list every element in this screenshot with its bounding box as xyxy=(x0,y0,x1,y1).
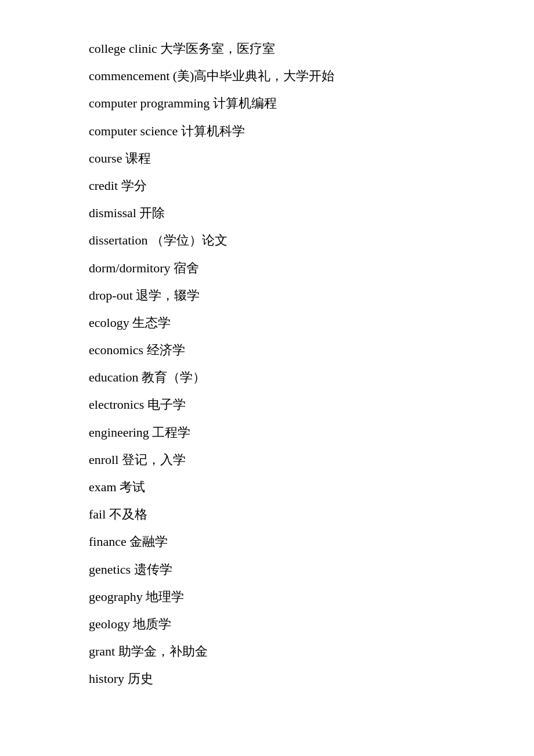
list-item: college clinic 大学医务室，医疗室 xyxy=(89,35,445,62)
list-item: geology 地质学 xyxy=(89,610,445,638)
list-item: commencement (美)高中毕业典礼，大学开始 xyxy=(89,62,445,89)
list-item: finance 金融学 xyxy=(89,528,445,555)
list-item: ecology 生态学 xyxy=(89,309,445,336)
list-item: economics 经济学 xyxy=(89,336,445,363)
list-item: dismissal 开除 xyxy=(89,199,445,226)
list-item: education 教育（学） xyxy=(89,363,445,391)
list-item: electronics 电子学 xyxy=(89,391,445,418)
list-item: dissertation （学位）论文 xyxy=(89,226,445,254)
list-item: geography 地理学 xyxy=(89,583,445,610)
list-item: grant 助学金，补助金 xyxy=(89,638,445,665)
list-item: computer science 计算机科学 xyxy=(89,117,445,145)
vocabulary-list: college clinic 大学医务室，医疗室commencement (美)… xyxy=(89,35,445,693)
list-item: computer programming 计算机编程 xyxy=(89,89,445,117)
list-item: fail 不及格 xyxy=(89,501,445,528)
list-item: course 课程 xyxy=(89,145,445,172)
list-item: dorm/dormitory 宿舍 xyxy=(89,254,445,282)
list-item: history 历史 xyxy=(89,665,445,692)
list-item: credit 学分 xyxy=(89,172,445,199)
list-item: exam 考试 xyxy=(89,473,445,501)
list-item: engineering 工程学 xyxy=(89,419,445,446)
list-item: genetics 遗传学 xyxy=(89,556,445,583)
list-item: drop-out 退学，辍学 xyxy=(89,282,445,309)
list-item: enroll 登记，入学 xyxy=(89,446,445,473)
